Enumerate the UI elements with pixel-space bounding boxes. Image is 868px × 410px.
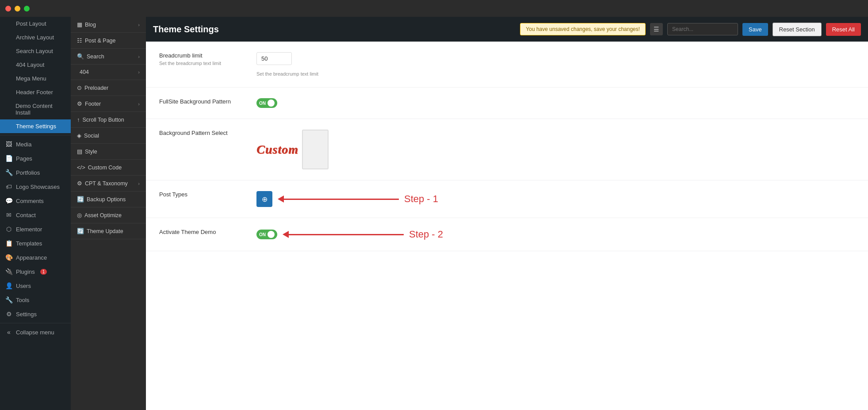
- arrow-head-icon: [278, 195, 284, 203]
- step2-arrow-head-icon: [283, 231, 289, 238]
- footer-icon: ⚙: [77, 100, 82, 107]
- breadcrumb-limit-label: Breadcrumb limit: [159, 52, 256, 59]
- preloader-icon: ⊙: [77, 84, 82, 91]
- theme-sidebar-item-preloader[interactable]: ⊙ Preloader: [71, 80, 146, 96]
- theme-sidebar-item-backup-options[interactable]: 🔄 Backup Options: [71, 192, 146, 207]
- sidebar-item-appearance[interactable]: 🎨 Appearance: [0, 250, 71, 264]
- sidebar-item-portfolios[interactable]: 🔧 Portfolios: [0, 165, 71, 180]
- theme-sidebar-item-style[interactable]: ▤ Style: [71, 144, 146, 160]
- sidebar-item-plugins[interactable]: 🔌 Plugins 1: [0, 264, 71, 279]
- users-icon: 👤: [5, 282, 12, 289]
- search-ts-icon: 🔍: [77, 53, 84, 60]
- step2-label: Step - 2: [409, 229, 443, 240]
- sidebar-item-archive-layout[interactable]: Archive Layout: [0, 31, 71, 44]
- main-content: Theme Settings You have unsaved changes,…: [146, 17, 868, 410]
- theme-update-icon: 🔄: [77, 228, 84, 234]
- sidebar-item-404-layout[interactable]: 404 Layout: [0, 58, 71, 72]
- sidebar-item-mega-menu[interactable]: Mega Menu: [0, 72, 71, 85]
- breadcrumb-limit-sublabel: Set the breadcrump text limit: [159, 61, 256, 66]
- asset-optimize-icon: ◎: [77, 212, 82, 218]
- theme-sidebar-item-scroll-top[interactable]: ↑ Scroll Top Button: [71, 112, 146, 128]
- social-icon: ◈: [77, 132, 81, 139]
- tools-icon: 🔧: [5, 296, 12, 303]
- step2-arrow-shaft: [289, 234, 404, 235]
- reset-all-button[interactable]: Reset All: [826, 23, 861, 36]
- backup-options-icon: 🔄: [77, 196, 84, 203]
- pattern-area: Custom: [256, 130, 329, 169]
- pattern-thumb-selected[interactable]: [302, 130, 329, 169]
- sidebar-item-search-layout[interactable]: Search Layout: [0, 44, 71, 58]
- theme-sidebar-item-cpt-taxonomy[interactable]: ⚙ CPT & Taxonomy ›: [71, 176, 146, 192]
- sidebar-item-demo-content[interactable]: Demo Content Install: [0, 99, 71, 119]
- sidebar-item-collapse-menu[interactable]: « Collapse menu: [0, 325, 71, 339]
- theme-sidebar-item-theme-update[interactable]: 🔄 Theme Update: [71, 223, 146, 239]
- arrow-shaft: [284, 199, 399, 200]
- activate-theme-demo-toggle-knob: [268, 231, 275, 238]
- fullsite-bg-label: FullSite Background Pattern: [159, 98, 256, 105]
- sidebar-item-post-layout[interactable]: Post Layout: [0, 17, 71, 31]
- step2-arrow: [283, 231, 404, 238]
- sidebar-item-elementor[interactable]: ⬡ Elementor: [0, 222, 71, 236]
- breadcrumb-limit-hint: Set the breadcrump text limit: [256, 71, 855, 77]
- activate-theme-demo-toggle[interactable]: ON: [256, 230, 277, 239]
- blog-icon: ▦: [77, 21, 82, 28]
- activate-theme-demo-step-container: ON Step - 2: [256, 229, 443, 240]
- custom-pattern-label[interactable]: Custom: [256, 142, 298, 157]
- minimize-btn[interactable]: [15, 6, 20, 11]
- scroll-top-icon: ↑: [77, 116, 80, 123]
- activate-theme-demo-label: Activate Theme Demo: [159, 229, 256, 235]
- setting-row-activate-theme-demo: Activate Theme Demo ON Step - 2: [146, 218, 868, 251]
- setting-row-fullsite-bg: FullSite Background Pattern ON: [146, 88, 868, 119]
- maximize-btn[interactable]: [24, 6, 30, 11]
- templates-icon: 📋: [5, 240, 12, 247]
- theme-sidebar-item-social[interactable]: ◈ Social: [71, 128, 146, 144]
- theme-sidebar-item-404[interactable]: 404 ›: [71, 65, 146, 80]
- save-button[interactable]: Save: [742, 23, 768, 36]
- app-container: Post Layout Archive Layout Search Layout…: [0, 17, 868, 410]
- theme-sidebar-item-footer[interactable]: ⚙ Footer ›: [71, 96, 146, 112]
- step1-arrow: [278, 195, 399, 203]
- style-icon: ▤: [77, 148, 82, 155]
- search-arrow-icon: ›: [138, 54, 140, 59]
- sidebar-item-theme-settings[interactable]: Theme Settings: [0, 119, 71, 133]
- step1-label: Step - 1: [404, 193, 438, 205]
- theme-sidebar-item-search[interactable]: 🔍 Search ›: [71, 49, 146, 65]
- fullsite-bg-toggle-knob: [268, 100, 275, 107]
- close-btn[interactable]: [5, 6, 11, 11]
- sidebar-item-users[interactable]: 👤 Users: [0, 279, 71, 293]
- sidebar-item-comments[interactable]: 💬 Comments: [0, 194, 71, 208]
- blog-arrow-icon: ›: [138, 22, 140, 27]
- post-types-step-container: ⊕ Step - 1: [256, 191, 438, 207]
- sidebar-item-header-footer[interactable]: Header Footer: [0, 85, 71, 99]
- theme-sidebar-item-blog[interactable]: ▦ Blog ›: [71, 17, 146, 33]
- theme-sidebar-item-custom-code[interactable]: </> Custom Code: [71, 160, 146, 176]
- sidebar-divider-2: [0, 323, 71, 323]
- pages-icon: 📄: [5, 155, 12, 162]
- sidebar-item-pages[interactable]: 📄 Pages: [0, 151, 71, 165]
- sidebar-item-contact[interactable]: ✉ Contact: [0, 208, 71, 222]
- fullsite-bg-toggle-label: ON: [259, 101, 266, 106]
- sidebar-item-settings[interactable]: ⚙ Settings: [0, 307, 71, 321]
- reset-section-button[interactable]: Reset Section: [772, 23, 822, 36]
- list-view-button[interactable]: ☰: [650, 23, 663, 35]
- sidebar-item-tools[interactable]: 🔧 Tools: [0, 293, 71, 307]
- page-title: Theme Settings: [153, 24, 219, 34]
- sidebar-item-logo-showcases[interactable]: 🏷 Logo Showcases: [0, 180, 71, 194]
- sidebar-item-templates[interactable]: 📋 Templates: [0, 236, 71, 250]
- setting-row-bg-pattern-select: Background Pattern Select Custom: [146, 119, 868, 180]
- post-types-button[interactable]: ⊕: [256, 191, 272, 207]
- activate-theme-demo-toggle-label: ON: [259, 232, 266, 237]
- sidebar-divider-1: [0, 135, 71, 135]
- portfolios-icon: 🔧: [5, 169, 12, 176]
- theme-sidebar-item-post-page[interactable]: ☷ Post & Page: [71, 33, 146, 49]
- settings-icon: ⚙: [5, 310, 12, 318]
- sidebar-item-media[interactable]: 🖼 Media: [0, 137, 71, 151]
- title-bar: [0, 0, 868, 17]
- appearance-icon: 🎨: [5, 254, 12, 261]
- breadcrumb-limit-input[interactable]: [256, 52, 292, 65]
- fullsite-bg-toggle[interactable]: ON: [256, 98, 277, 108]
- cpt-arrow-icon: ›: [138, 181, 140, 186]
- header-search-input[interactable]: [667, 23, 738, 35]
- theme-sidebar-item-asset-optimize[interactable]: ◎ Asset Optimize: [71, 207, 146, 223]
- post-page-icon: ☷: [77, 37, 82, 44]
